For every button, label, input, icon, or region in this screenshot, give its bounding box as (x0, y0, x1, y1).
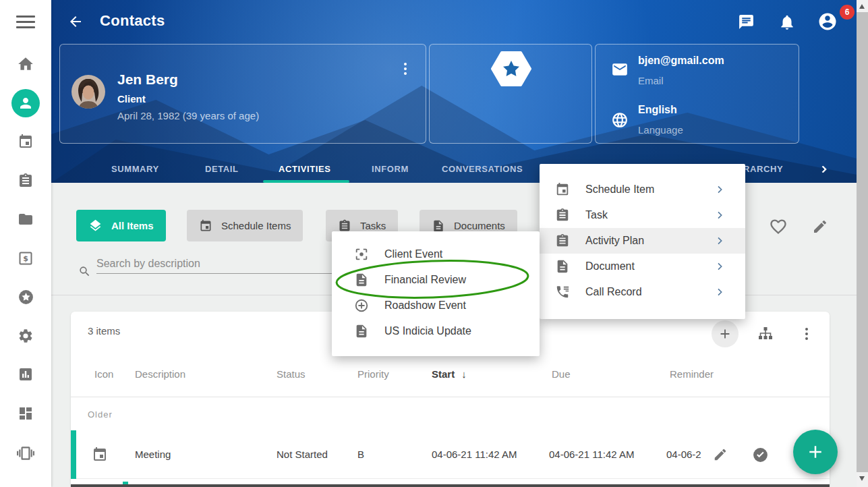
profile-birthdate: April 28, 1982 (39 years of age) (117, 110, 259, 121)
column-header-start[interactable]: Start ↓ (432, 368, 467, 380)
sort-descending-icon: ↓ (461, 368, 467, 380)
sidebar-item-home[interactable] (9, 48, 42, 80)
chevron-right-icon (714, 261, 725, 272)
menu-item-roadshow-event[interactable]: Roadshow Event (332, 293, 540, 318)
email-label: Email (638, 75, 664, 86)
menu-item-activity-plan[interactable]: Activity Plan (540, 228, 745, 254)
notification-badge: 6 (840, 5, 855, 20)
language-value: English (638, 104, 677, 116)
vertical-scrollbar[interactable] (857, 0, 868, 487)
tab-summary[interactable]: SUMMARY (111, 156, 159, 182)
tab-activities[interactable]: ACTIVITIES (279, 156, 331, 182)
next-row-peek (71, 484, 830, 487)
chevron-right-icon (714, 287, 725, 297)
cell-start: 04-06-21 11:42 AM (432, 430, 517, 479)
phone-vibrate-icon (17, 445, 34, 462)
sidebar-item-documents[interactable] (9, 203, 42, 235)
sidebar-item-mobile[interactable] (9, 437, 42, 469)
document-icon (354, 273, 369, 287)
sidebar-item-reports[interactable] (9, 358, 42, 391)
clipboard-icon (555, 233, 570, 248)
create-item-menu: Schedule Item Task Activity Plan Documen… (540, 164, 745, 319)
cell-priority: B (357, 430, 364, 479)
profile-card: Jen Berg Client April 28, 1982 (39 years… (59, 44, 426, 144)
sidebar-item-billing[interactable]: $ (9, 242, 42, 275)
profile-role: Client (117, 93, 146, 105)
cell-due: 04-06-21 11:42 AM (549, 430, 634, 479)
notifications-bell-icon[interactable] (778, 13, 796, 31)
star-circle-icon (18, 289, 34, 306)
call-record-icon (555, 285, 570, 299)
tab-detail[interactable]: DETAIL (205, 156, 239, 182)
tab-hierarchy-partial[interactable]: RARCHY (743, 156, 783, 182)
cell-status: Not Started (277, 430, 328, 479)
sidebar-item-people[interactable] (9, 476, 42, 487)
chevron-right-icon (714, 210, 725, 221)
sidebar-item-dashboard[interactable] (9, 397, 42, 430)
clipboard-icon (555, 208, 570, 223)
column-header-description[interactable]: Description (135, 368, 185, 380)
sidebar-item-favorites[interactable] (9, 281, 42, 313)
menu-item-call-record[interactable]: Call Record (540, 279, 745, 305)
back-arrow-icon[interactable] (67, 13, 84, 30)
column-header-status[interactable]: Status (277, 368, 306, 380)
add-item-button[interactable] (712, 320, 739, 347)
favorite-heart-icon[interactable] (769, 217, 788, 236)
sidebar-item-contacts[interactable] (11, 89, 40, 117)
profile-avatar (71, 75, 105, 109)
email-value: bjen@gmail.com (638, 55, 724, 67)
sidebar-item-calendar[interactable] (9, 125, 42, 158)
page-header: Contacts 6 Jen Berg (51, 0, 857, 183)
bar-chart-icon (18, 366, 34, 382)
person-icon (18, 95, 34, 111)
row-complete-check-icon[interactable] (752, 447, 769, 463)
document-icon (555, 259, 570, 274)
app-screen: Contacts 6 Jen Berg (0, 0, 868, 487)
hierarchy-view-icon[interactable] (757, 326, 774, 342)
menu-item-us-indicia-update[interactable]: US Indicia Update (332, 318, 540, 344)
column-header-icon[interactable]: Icon (94, 368, 113, 380)
column-header-reminder[interactable]: Reminder (670, 368, 714, 380)
tab-inform[interactable]: INFORM (372, 156, 409, 182)
scrollbar-thumb[interactable] (857, 12, 868, 472)
profile-card-menu-icon[interactable] (404, 61, 407, 77)
table-row[interactable]: Meeting Not Started B 04-06-21 11:42 AM … (71, 430, 830, 479)
create-fab-button[interactable] (793, 430, 838, 474)
column-header-due[interactable]: Due (552, 368, 571, 380)
folder-icon (18, 211, 34, 227)
filter-all-items-button[interactable]: All Items (76, 210, 166, 241)
scroll-down-arrow-icon[interactable] (859, 476, 865, 481)
edit-pencil-icon[interactable] (812, 219, 828, 235)
globe-language-icon (611, 111, 629, 129)
calendar-icon (555, 182, 570, 197)
scroll-up-arrow-icon[interactable] (859, 4, 865, 9)
gear-icon (18, 328, 34, 344)
calendar-icon (18, 134, 34, 150)
plus-circle-icon (354, 298, 369, 313)
tab-conversations[interactable]: CONVERSATIONS (442, 156, 523, 182)
table-more-options-icon[interactable] (805, 326, 808, 342)
menu-item-client-event[interactable]: Client Event (332, 241, 540, 267)
sidebar-item-tasks[interactable] (9, 165, 42, 197)
items-count: 3 items (88, 325, 120, 337)
menu-hamburger-icon[interactable] (16, 16, 35, 32)
sidebar-item-settings[interactable] (9, 320, 42, 352)
menu-item-task[interactable]: Task (540, 202, 745, 228)
column-header-priority[interactable]: Priority (357, 368, 389, 380)
people-icon (17, 484, 34, 487)
calendar-icon (92, 447, 108, 463)
chat-icon[interactable] (738, 13, 755, 30)
filter-all-items-label: All Items (111, 220, 154, 231)
menu-item-schedule-item[interactable]: Schedule Item (540, 177, 745, 202)
tabs-scroll-right-icon[interactable] (817, 163, 831, 176)
layers-icon (88, 219, 103, 233)
chevron-right-icon (714, 184, 725, 195)
row-edit-pencil-icon[interactable] (713, 447, 728, 462)
filter-schedule-items-button[interactable]: Schedule Items (187, 210, 303, 241)
menu-item-document[interactable]: Document (540, 254, 745, 279)
contact-info-card: bjen@gmail.com Email English Language (595, 44, 799, 144)
filter-documents-label: Documents (454, 220, 505, 231)
account-avatar-icon[interactable] (817, 11, 838, 32)
chevron-right-icon (714, 235, 725, 246)
menu-item-financial-review[interactable]: Financial Review (332, 267, 540, 293)
